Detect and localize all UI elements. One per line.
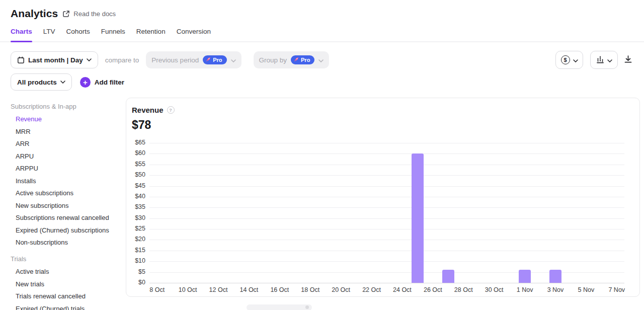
sidebar-item-subscriptions-renewal-cancelled[interactable]: Subscriptions renewal cancelled: [11, 214, 125, 221]
sidebar-item-non-subscriptions[interactable]: Non-subscriptions: [11, 239, 125, 246]
y-axis-label: $25: [126, 225, 145, 232]
y-axis-label: $40: [126, 193, 145, 200]
page-title: Analytics: [11, 8, 58, 20]
chevron-down-icon: [318, 56, 324, 64]
sidebar-section-header: Trials: [11, 255, 125, 263]
rocket-icon: [294, 57, 299, 63]
date-range-picker[interactable]: Last month | Day: [11, 51, 98, 68]
y-axis-label: $50: [126, 171, 145, 178]
date-range-value: Last month | Day: [28, 56, 83, 64]
read-the-docs-link[interactable]: Read the docs: [62, 10, 116, 18]
plus-circle-icon: +: [80, 77, 91, 88]
gridline: [149, 240, 624, 240]
gridline: [149, 207, 624, 208]
y-axis-label: $20: [126, 236, 145, 243]
compare-to-label: compare to: [105, 56, 139, 64]
y-axis-label: $55: [126, 161, 145, 168]
x-axis-label: 8 Oct: [149, 286, 165, 293]
x-axis-label: 22 Oct: [362, 286, 381, 293]
tab-bar: ChartsLTVCohortsFunnelsRetentionConversi…: [0, 28, 644, 42]
filter-bar: Last month | Day compare to Previous per…: [0, 51, 644, 69]
gridline: [149, 143, 624, 143]
gridline: [149, 197, 624, 197]
sidebar-item-expired-churned-subscriptions[interactable]: Expired (Churned) subscriptions: [11, 227, 125, 234]
y-axis-label: $10: [126, 257, 145, 264]
x-axis-label: 3 Nov: [547, 286, 564, 293]
x-axis-label: 18 Oct: [301, 286, 319, 293]
gridline: [149, 153, 624, 154]
pro-badge-label: Pro: [213, 57, 222, 63]
sidebar-item-arr[interactable]: ARR: [11, 140, 125, 147]
pro-badge: Pro: [291, 55, 314, 64]
x-axis-label: 30 Oct: [485, 286, 504, 293]
rocket-icon: [206, 57, 211, 63]
x-axis-label: 20 Oct: [332, 286, 350, 293]
filter-bar-secondary: All products + Add filter: [0, 73, 644, 91]
sidebar-section: TrialsActive trialsNew trialsTrials rene…: [11, 255, 125, 310]
tab-retention[interactable]: Retention: [136, 28, 166, 41]
bar-1-nov[interactable]: [519, 270, 531, 283]
tab-ltv[interactable]: LTV: [43, 28, 55, 41]
x-axis-label: 5 Nov: [578, 286, 595, 293]
tab-charts[interactable]: Charts: [11, 28, 32, 41]
all-products-value: All products: [17, 79, 57, 86]
sidebar-item-expired-churned-trials[interactable]: Expired (Churned) trials: [11, 305, 125, 310]
gridline: [149, 261, 624, 262]
add-filter-button[interactable]: + Add filter: [80, 77, 124, 88]
sidebar-item-mrr[interactable]: MRR: [11, 128, 125, 135]
tab-cohorts[interactable]: Cohorts: [66, 28, 90, 41]
sidebar-item-active-subscriptions[interactable]: Active subscriptions: [11, 190, 125, 196]
peek-dot: [305, 305, 309, 309]
previous-period-select[interactable]: Previous period Pro: [146, 51, 241, 68]
y-axis-label: $15: [126, 247, 145, 254]
y-axis-label: $45: [126, 182, 145, 189]
y-axis-label: $0: [126, 279, 145, 286]
calendar-icon: [17, 56, 25, 64]
chevron-down-icon: [607, 56, 612, 64]
sidebar-item-trials-renewal-cancelled[interactable]: Trials renewal cancelled: [11, 293, 125, 299]
currency-select-button[interactable]: $: [555, 51, 583, 69]
sidebar-item-new-trials[interactable]: New trials: [11, 281, 125, 287]
pro-badge: Pro: [203, 55, 226, 64]
metrics-sidebar: Subscriptions & In-appRevenueMRRARRARPUA…: [11, 103, 125, 310]
chevron-down-icon: [87, 58, 92, 61]
x-axis-label: 24 Oct: [393, 286, 412, 293]
revenue-chart-card: Revenue ? $78 $0$5$10$15$20$25$30$35$40$…: [126, 98, 640, 297]
sidebar-item-new-subscriptions[interactable]: New subscriptions: [11, 202, 125, 209]
main-content: Subscriptions & In-appRevenueMRRARRARPUA…: [0, 98, 644, 310]
chart-type-button[interactable]: [590, 51, 618, 69]
page-header: Analytics Read the docs: [0, 0, 644, 20]
sidebar-item-installs[interactable]: Installs: [11, 178, 125, 184]
bar-3-nov[interactable]: [549, 270, 561, 283]
y-axis-label: $65: [126, 139, 145, 146]
group-by-select[interactable]: Group by Pro: [254, 51, 330, 68]
download-button[interactable]: [623, 53, 633, 67]
previous-period-label: Previous period: [151, 56, 199, 64]
x-axis-label: 1 Nov: [517, 286, 533, 293]
gridline: [149, 175, 624, 176]
sidebar-item-revenue[interactable]: Revenue: [11, 116, 125, 122]
sidebar-item-arppu[interactable]: ARPPU: [11, 165, 125, 172]
sidebar-item-arpu[interactable]: ARPU: [11, 153, 125, 160]
tab-conversion[interactable]: Conversion: [177, 28, 211, 41]
all-products-select[interactable]: All products: [11, 73, 72, 91]
gridline: [149, 218, 624, 219]
bar-25-oct[interactable]: [412, 153, 424, 283]
chevron-down-icon: [60, 81, 65, 84]
y-axis-label: $60: [126, 149, 145, 157]
x-axis-label: 12 Oct: [209, 286, 228, 293]
bar-27-oct[interactable]: [442, 270, 454, 283]
gridline: [149, 283, 624, 283]
sidebar-section-header: Subscriptions & In-app: [11, 103, 125, 110]
x-axis-label: 10 Oct: [179, 286, 197, 293]
next-card-peek: [247, 304, 312, 310]
gridline: [149, 229, 624, 229]
gridline: [149, 251, 624, 251]
pro-badge-label: Pro: [301, 57, 310, 63]
gridline: [149, 165, 624, 165]
sidebar-item-active-trials[interactable]: Active trials: [11, 268, 125, 275]
tab-funnels[interactable]: Funnels: [101, 28, 125, 41]
sidebar-section: Subscriptions & In-appRevenueMRRARRARPUA…: [11, 103, 125, 246]
external-link-icon: [62, 10, 70, 18]
chart-type-icon: [596, 55, 604, 65]
